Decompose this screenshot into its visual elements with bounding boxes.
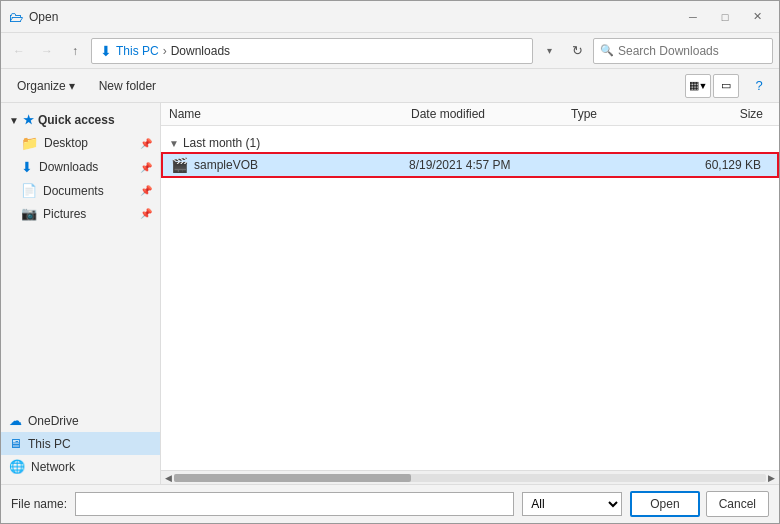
scroll-thumb (174, 474, 411, 482)
organize-button[interactable]: Organize ▾ (9, 76, 83, 96)
organize-label: Organize (17, 79, 66, 93)
minimize-button[interactable]: ─ (679, 7, 707, 27)
layout-icon: ▭ (721, 79, 731, 92)
horizontal-scrollbar[interactable]: ◀ ▶ (161, 470, 779, 484)
filename-label: File name: (11, 497, 67, 511)
sidebar-documents-label: Documents (43, 184, 104, 198)
close-button[interactable]: ✕ (743, 7, 771, 27)
sidebar-pictures-label: Pictures (43, 207, 86, 221)
pictures-icon: 📷 (21, 206, 37, 221)
col-name-header: Name (169, 107, 411, 121)
file-date: 8/19/2021 4:57 PM (409, 158, 569, 172)
network-icon: 🌐 (9, 459, 25, 474)
new-folder-button[interactable]: New folder (91, 76, 164, 96)
file-list: ▼ Last month (1) 🎬 sampleVOB 8/19/2021 4… (161, 126, 779, 470)
search-box: 🔍 (593, 38, 773, 64)
scroll-track (174, 474, 766, 482)
back-button[interactable]: ← (7, 39, 31, 63)
col-date-header: Date modified (411, 107, 571, 121)
open-button[interactable]: Open (630, 491, 699, 517)
nav-bar: ← → ↑ ⬇ This PC › Downloads ▾ ↻ 🔍 (1, 33, 779, 69)
view-arrow: ▼ (699, 81, 708, 91)
title-bar: 🗁 Open ─ □ ✕ (1, 1, 779, 33)
search-icon: 🔍 (600, 44, 614, 57)
dropdown-arrow-button[interactable]: ▾ (537, 39, 561, 63)
quick-access-header[interactable]: ▼ ★ Quick access (1, 109, 160, 131)
toolbar: Organize ▾ New folder ▦ ▼ ▭ ? (1, 69, 779, 103)
quick-access-label: Quick access (38, 113, 115, 127)
breadcrumb-bar: ⬇ This PC › Downloads (91, 38, 533, 64)
layout-button[interactable]: ▭ (713, 74, 739, 98)
file-size: 60,129 KB (669, 158, 769, 172)
filename-input[interactable] (75, 492, 514, 516)
sidebar-item-downloads[interactable]: ⬇ Downloads 📌 (1, 155, 160, 179)
sidebar-item-pictures[interactable]: 📷 Pictures 📌 (1, 202, 160, 225)
group-header-label: Last month (1) (183, 136, 260, 150)
onedrive-icon: ☁ (9, 413, 22, 428)
this-pc-icon: 🖥 (9, 436, 22, 451)
open-dialog: 🗁 Open ─ □ ✕ ← → ↑ ⬇ This PC › Downloads… (0, 0, 780, 524)
documents-pin-icon: 📌 (140, 185, 152, 196)
breadcrumb-current: Downloads (171, 44, 230, 58)
filetype-select[interactable]: All (522, 492, 622, 516)
documents-icon: 📄 (21, 183, 37, 198)
help-button[interactable]: ? (747, 74, 771, 98)
title-text: Open (29, 10, 58, 24)
sidebar-network-label: Network (31, 460, 75, 474)
sidebar-item-network[interactable]: 🌐 Network (1, 455, 160, 478)
sidebar-item-documents[interactable]: 📄 Documents 📌 (1, 179, 160, 202)
quick-access-chevron: ▼ (9, 115, 19, 126)
sidebar-this-pc-label: This PC (28, 437, 71, 451)
breadcrumb-sep: › (163, 44, 167, 58)
help-icon: ? (755, 78, 762, 93)
file-name: sampleVOB (194, 158, 409, 172)
main-area: ▼ ★ Quick access 📁 Desktop 📌 ⬇ Downloads… (1, 103, 779, 484)
group-chevron-icon: ▼ (169, 138, 179, 149)
up-button[interactable]: ↑ (63, 39, 87, 63)
title-icon: 🗁 (9, 9, 23, 25)
desktop-pin-icon: 📌 (140, 138, 152, 149)
downloads-pin-icon: 📌 (140, 162, 152, 173)
breadcrumb-home-icon: ⬇ (100, 43, 112, 59)
file-header: Name Date modified Type Size (161, 103, 779, 126)
col-size-header: Size (671, 107, 771, 121)
organize-arrow: ▾ (69, 79, 75, 93)
forward-button[interactable]: → (35, 39, 59, 63)
bottom-bar: File name: All Open Cancel (1, 484, 779, 523)
maximize-button[interactable]: □ (711, 7, 739, 27)
bottom-buttons: Open Cancel (630, 491, 769, 517)
view-controls: ▦ ▼ ▭ (685, 74, 739, 98)
downloads-icon: ⬇ (21, 159, 33, 175)
group-header-last-month: ▼ Last month (1) (161, 130, 779, 152)
sidebar-downloads-label: Downloads (39, 160, 98, 174)
sidebar-spacer (1, 225, 160, 409)
sidebar-item-desktop[interactable]: 📁 Desktop 📌 (1, 131, 160, 155)
scroll-left-arrow[interactable]: ◀ (163, 473, 174, 483)
file-type-icon: 🎬 (171, 157, 188, 173)
sidebar-item-onedrive[interactable]: ☁ OneDrive (1, 409, 160, 432)
refresh-button[interactable]: ↻ (565, 39, 589, 63)
scroll-right-arrow[interactable]: ▶ (766, 473, 777, 483)
sidebar-desktop-label: Desktop (44, 136, 88, 150)
breadcrumb-this-pc[interactable]: This PC (116, 44, 159, 58)
quick-access-icon: ★ (23, 113, 34, 127)
col-type-header: Type (571, 107, 671, 121)
file-area: Name Date modified Type Size ▼ Last mont… (161, 103, 779, 484)
search-input[interactable] (618, 44, 768, 58)
new-folder-label: New folder (99, 79, 156, 93)
view-icon: ▦ (689, 79, 699, 92)
sidebar-onedrive-label: OneDrive (28, 414, 79, 428)
sidebar-item-this-pc[interactable]: 🖥 This PC (1, 432, 160, 455)
title-bar-controls: ─ □ ✕ (679, 7, 771, 27)
cancel-button[interactable]: Cancel (706, 491, 769, 517)
sidebar: ▼ ★ Quick access 📁 Desktop 📌 ⬇ Downloads… (1, 103, 161, 484)
desktop-folder-icon: 📁 (21, 135, 38, 151)
breadcrumb-path: This PC › Downloads (116, 44, 230, 58)
file-row-samplevob[interactable]: 🎬 sampleVOB 8/19/2021 4:57 PM 60,129 KB (161, 152, 779, 178)
title-bar-left: 🗁 Open (9, 9, 58, 25)
pictures-pin-icon: 📌 (140, 208, 152, 219)
view-button[interactable]: ▦ ▼ (685, 74, 711, 98)
